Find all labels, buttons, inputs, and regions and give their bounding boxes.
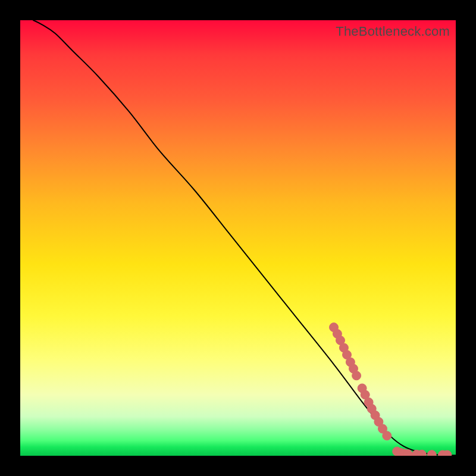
data-marker <box>352 371 361 380</box>
data-marker <box>403 450 412 456</box>
bottleneck-curve <box>33 20 456 455</box>
marker-group <box>330 323 452 456</box>
data-marker <box>383 431 392 440</box>
plot-area: TheBottleneck.com <box>20 20 456 456</box>
chart-overlay <box>20 20 456 456</box>
data-marker <box>427 450 436 456</box>
chart-stage: TheBottleneck.com <box>0 0 476 476</box>
